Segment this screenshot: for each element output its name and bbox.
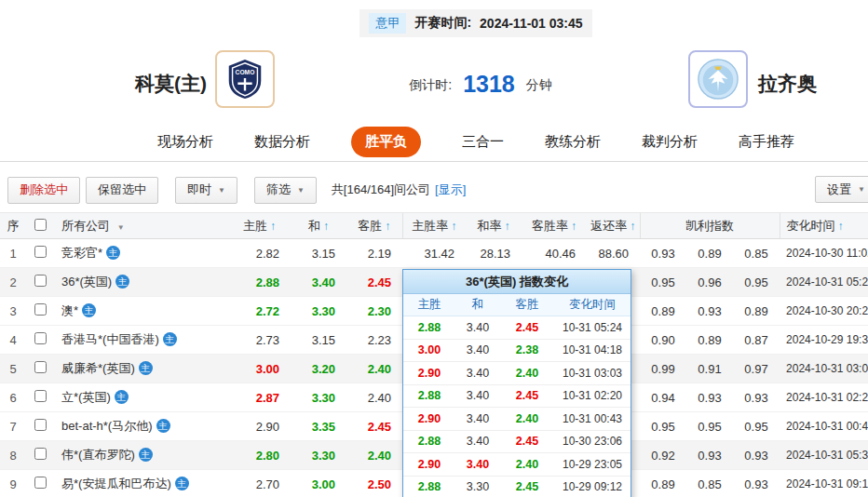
company-cell[interactable]: 立*(英国)主 [54, 383, 228, 412]
row-checkbox[interactable] [34, 246, 47, 258]
row-checkbox[interactable] [34, 390, 47, 402]
odds-draw[interactable]: 3.35 [291, 412, 346, 441]
company-name[interactable]: bet-at-h*(马尔他) [61, 419, 153, 433]
kelly-away: 0.87 [733, 326, 780, 355]
odds-draw[interactable]: 3.30 [291, 383, 346, 412]
odds-away[interactable]: 2.23 [346, 326, 402, 355]
odds-home[interactable]: 2.73 [228, 326, 291, 355]
popup-odds-home: 3.00 [403, 343, 455, 356]
settings-label: 设置 [827, 181, 851, 198]
odds-draw[interactable]: 3.40 [291, 268, 346, 297]
row-checkbox-cell [26, 355, 54, 383]
company-name[interactable]: 竞彩官* [61, 246, 102, 260]
settings-dropdown[interactable]: 设置 ▼ [815, 176, 868, 203]
popup-odds-away: 2.38 [500, 343, 554, 356]
row-checkbox[interactable] [34, 419, 47, 431]
header-away-rate[interactable]: 客胜率↑ [522, 213, 587, 239]
header-away-odds[interactable]: 客胜↑ [346, 213, 402, 239]
filter-label: 筛选 [266, 181, 291, 198]
odds-draw[interactable]: 3.00 [291, 470, 346, 497]
company-cell[interactable]: bet-at-h*(马尔他)主 [54, 412, 228, 441]
company-cell[interactable]: 伟*(直布罗陀)主 [54, 441, 228, 470]
popup-odds-draw: 3.40 [455, 435, 500, 448]
match-meta-wrap: 意甲 开赛时间: 2024-11-01 03:45 [359, 9, 591, 37]
company-name[interactable]: 香港马*(中国香港) [61, 332, 159, 346]
tab-expert-picks[interactable]: 高手推荐 [739, 133, 794, 151]
odds-home[interactable]: 2.90 [228, 412, 291, 441]
odds-away[interactable]: 2.40 [346, 383, 402, 412]
odds-home[interactable]: 2.72 [228, 297, 291, 326]
company-cell[interactable]: 竞彩官*主 [54, 239, 228, 268]
odds-home[interactable]: 2.82 [228, 239, 291, 268]
change-time: 2024-10-31 02:20 [780, 383, 868, 412]
odds-away[interactable]: 2.45 [346, 412, 402, 441]
row-seq: 2 [0, 268, 26, 297]
odds-draw[interactable]: 3.20 [291, 355, 346, 383]
delete-selected-button[interactable]: 删除选中 [7, 177, 80, 204]
company-name[interactable]: 澳* [61, 303, 78, 317]
odds-away[interactable]: 2.45 [346, 268, 402, 297]
header-home-odds[interactable]: 主胜↑ [228, 213, 291, 239]
tab-win-draw-lose[interactable]: 胜平负 [351, 127, 421, 157]
odds-home[interactable]: 2.80 [228, 441, 291, 470]
filter-dropdown[interactable]: 筛选 ▼ [254, 177, 317, 204]
show-link[interactable]: [显示] [435, 181, 466, 198]
odds-away[interactable]: 2.30 [346, 297, 402, 326]
start-time-value: 2024-11-01 03:45 [480, 16, 583, 31]
company-cell[interactable]: 威廉希*(英国)主 [54, 355, 228, 383]
header-draw-odds[interactable]: 和↑ [291, 213, 346, 239]
popup-odds-away: 2.45 [500, 480, 554, 493]
row-checkbox[interactable] [34, 275, 47, 287]
row-checkbox[interactable] [34, 303, 47, 316]
chevron-down-icon: ▼ [117, 223, 125, 232]
odds-away[interactable]: 2.40 [346, 441, 402, 470]
keep-selected-button[interactable]: 保留选中 [86, 177, 158, 204]
row-checkbox[interactable] [34, 477, 47, 489]
row-checkbox[interactable] [34, 361, 47, 373]
row-checkbox[interactable] [34, 332, 47, 344]
countdown-minutes: 1318 [463, 71, 515, 97]
odds-draw[interactable]: 3.15 [291, 239, 346, 268]
odds-home[interactable]: 2.87 [228, 383, 291, 412]
company-cell[interactable]: 香港马*(中国香港)主 [54, 326, 228, 355]
header-home-rate[interactable]: 主胜率↑ [402, 213, 466, 239]
company-name[interactable]: 威廉希*(英国) [61, 361, 135, 375]
company-name[interactable]: 36*(英国) [61, 275, 112, 289]
select-all-checkbox[interactable] [34, 219, 47, 231]
tab-three-in-one[interactable]: 三合一 [462, 133, 504, 151]
header-checkbox-cell [26, 213, 54, 239]
popup-change-time: 10-31 05:24 [554, 321, 631, 334]
odds-home[interactable]: 3.00 [228, 355, 291, 383]
company-cell[interactable]: 36*(英国)主 [54, 268, 228, 297]
company-name[interactable]: 伟*(直布罗陀) [61, 448, 135, 462]
header-company[interactable]: 所有公司 ▼ [54, 213, 228, 239]
odds-away[interactable]: 2.19 [346, 239, 402, 268]
odds-history-popup: 36*(英国) 指数变化 主胜 和 客胜 变化时间 2.88 3.40 2.45… [402, 269, 631, 497]
row-checkbox[interactable] [34, 448, 47, 460]
kelly-draw: 0.85 [686, 470, 733, 497]
table-toolbar: 删除选中 保留选中 即时 ▼ 筛选 ▼ 共[164/164]间公司 [显示] 设… [0, 176, 868, 204]
popup-change-time: 10-31 03:03 [554, 367, 631, 380]
company-name[interactable]: 易*(安提瓜和巴布达) [61, 477, 171, 490]
company-cell[interactable]: 澳*主 [54, 297, 228, 326]
home-rate: 31.42 [402, 239, 466, 268]
odds-away[interactable]: 2.40 [346, 355, 402, 383]
header-change-time[interactable]: 变化时间↑ [780, 213, 868, 239]
tab-live-analysis[interactable]: 现场分析 [157, 133, 213, 151]
odds-home[interactable]: 2.70 [228, 470, 291, 497]
company-cell[interactable]: 易*(安提瓜和巴布达)主 [54, 470, 228, 497]
instant-odds-dropdown[interactable]: 即时 ▼ [175, 177, 237, 204]
odds-draw[interactable]: 3.15 [291, 326, 346, 355]
company-name[interactable]: 立*(英国) [61, 390, 111, 404]
odds-draw[interactable]: 3.30 [291, 297, 346, 326]
tab-coach-analysis[interactable]: 教练分析 [545, 133, 601, 151]
odds-draw[interactable]: 3.30 [291, 441, 346, 470]
tab-referee-analysis[interactable]: 裁判分析 [642, 133, 698, 151]
odds-home[interactable]: 2.88 [228, 268, 291, 297]
header-return-rate[interactable]: 返还率↑ [587, 213, 640, 239]
odds-away[interactable]: 2.50 [346, 470, 402, 497]
kelly-draw: 0.96 [686, 268, 733, 297]
away-team-logo [688, 50, 748, 108]
header-draw-rate[interactable]: 和率↑ [466, 213, 522, 239]
tab-data-analysis[interactable]: 数据分析 [254, 133, 310, 151]
